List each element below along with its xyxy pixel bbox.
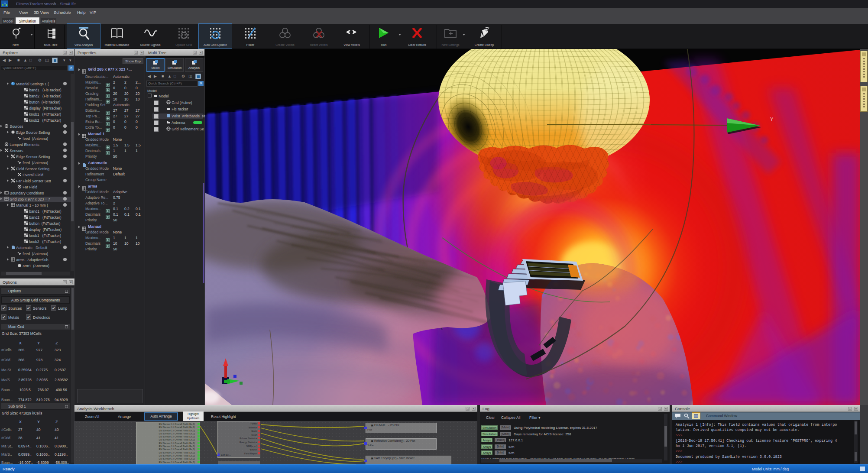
svg-text:Y: Y [770, 117, 774, 122]
